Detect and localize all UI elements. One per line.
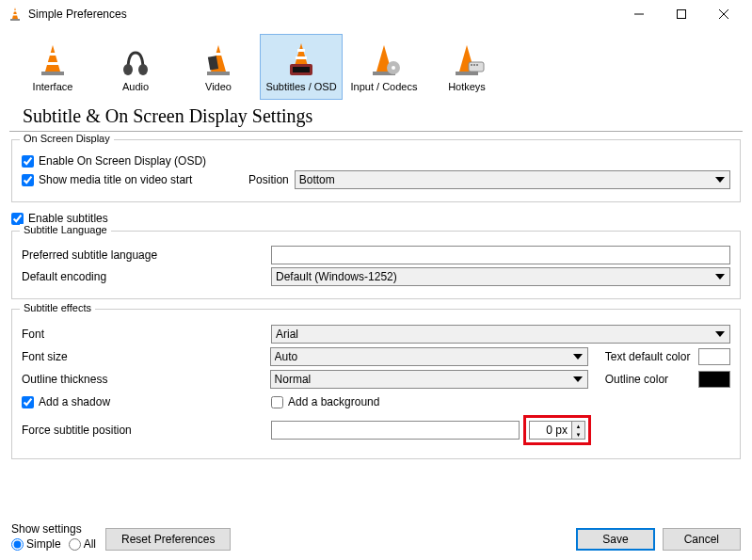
- category-tabs: Interface Audio Video Subtitles / OSD In…: [0, 28, 752, 100]
- spin-up-icon[interactable]: ▲: [572, 422, 584, 430]
- tab-video[interactable]: Video: [177, 34, 260, 100]
- enable-osd-checkbox[interactable]: [22, 155, 34, 168]
- force-subtitle-position-label: Force subtitle position: [22, 424, 271, 437]
- svg-rect-32: [476, 64, 478, 66]
- group-title: On Screen Display: [20, 133, 114, 144]
- titlebar: Simple Preferences: [0, 0, 752, 28]
- svg-rect-11: [47, 62, 58, 65]
- add-background-checkbox[interactable]: [271, 396, 283, 408]
- group-osd: On Screen Display Enable On Screen Displ…: [11, 139, 741, 202]
- svg-point-12: [123, 64, 133, 75]
- svg-rect-30: [471, 64, 472, 66]
- svg-rect-20: [296, 56, 307, 59]
- bottom-bar: Show settings Simple All Reset Preferenc…: [11, 522, 741, 551]
- svg-rect-31: [473, 64, 475, 66]
- audio-icon: [117, 41, 154, 79]
- svg-marker-8: [45, 45, 60, 72]
- svg-rect-3: [13, 14, 18, 16]
- add-background-label: Add a background: [288, 395, 379, 408]
- svg-point-13: [138, 64, 148, 75]
- force-position-spinbox[interactable]: 0 px ▲ ▼: [529, 421, 585, 440]
- window-title: Simple Preferences: [28, 8, 617, 21]
- save-button[interactable]: Save: [576, 528, 654, 551]
- svg-rect-2: [13, 10, 17, 12]
- outline-color-label: Outline color: [605, 373, 698, 386]
- svg-point-26: [392, 66, 395, 70]
- svg-rect-19: [297, 49, 305, 52]
- position-label: Position: [248, 173, 289, 186]
- tab-label: Interface: [33, 81, 73, 92]
- svg-marker-18: [295, 43, 308, 66]
- svg-rect-22: [293, 67, 310, 72]
- interface-icon: [34, 41, 72, 79]
- cancel-button[interactable]: Cancel: [663, 528, 741, 551]
- tab-label: Audio: [122, 81, 149, 92]
- tab-label: Input / Codecs: [351, 81, 418, 92]
- enable-subtitles-label: Enable subtitles: [28, 212, 108, 225]
- group-title: Subtitle Language: [20, 224, 111, 235]
- svg-rect-5: [677, 10, 685, 19]
- reset-preferences-button[interactable]: Reset Preferences: [105, 528, 231, 551]
- tab-subtitles-osd[interactable]: Subtitles / OSD: [260, 34, 343, 100]
- video-icon: [200, 41, 237, 79]
- svg-rect-17: [215, 53, 222, 56]
- show-settings-simple-radio[interactable]: Simple: [11, 537, 61, 551]
- enable-subtitles-checkbox[interactable]: [11, 213, 24, 225]
- position-combo[interactable]: Bottom: [295, 170, 730, 189]
- spin-down-icon[interactable]: ▼: [572, 430, 584, 439]
- svg-rect-15: [207, 72, 230, 75]
- highlight-box: 0 px ▲ ▼: [523, 415, 591, 445]
- text-color-label: Text default color: [605, 350, 698, 363]
- close-button[interactable]: [702, 1, 744, 27]
- tab-audio[interactable]: Audio: [94, 34, 177, 100]
- tab-hotkeys[interactable]: Hotkeys: [425, 34, 508, 100]
- tab-label: Hotkeys: [448, 81, 486, 92]
- group-title: Subtitle effects: [20, 302, 95, 313]
- enable-osd-label: Enable On Screen Display (OSD): [39, 154, 206, 168]
- show-media-title-label: Show media title on video start: [39, 173, 192, 186]
- group-subtitle-effects: Subtitle effects Font Arial Font size Au…: [11, 309, 741, 459]
- hotkeys-icon: [448, 41, 486, 79]
- tab-label: Subtitles / OSD: [265, 81, 336, 92]
- add-shadow-checkbox[interactable]: [22, 396, 34, 408]
- minimize-button[interactable]: [617, 1, 660, 27]
- font-label: Font: [22, 328, 271, 341]
- show-settings-all-radio[interactable]: All: [69, 537, 96, 551]
- font-size-combo[interactable]: Auto: [270, 347, 588, 366]
- text-color-button[interactable]: [698, 348, 730, 365]
- svg-rect-10: [49, 53, 56, 56]
- svg-rect-29: [469, 62, 484, 72]
- subtitles-icon: [282, 41, 320, 79]
- outline-thickness-combo[interactable]: Normal: [270, 370, 588, 389]
- force-position-text[interactable]: [271, 421, 520, 440]
- svg-marker-0: [12, 8, 18, 19]
- svg-rect-1: [10, 19, 20, 21]
- input-codecs-icon: [365, 41, 403, 79]
- force-position-value: 0 px: [530, 424, 571, 437]
- font-size-label: Font size: [22, 350, 270, 363]
- show-settings-label: Show settings: [11, 522, 96, 536]
- tab-label: Video: [205, 81, 232, 92]
- font-combo[interactable]: Arial: [271, 325, 730, 344]
- outline-color-button[interactable]: [698, 371, 730, 388]
- preferred-language-input[interactable]: [271, 246, 730, 264]
- group-subtitle-language: Subtitle Language Preferred subtitle lan…: [11, 231, 741, 299]
- svg-rect-28: [456, 72, 478, 75]
- outline-thickness-label: Outline thickness: [22, 373, 270, 386]
- tab-input-codecs[interactable]: Input / Codecs: [343, 34, 425, 100]
- add-shadow-label: Add a shadow: [39, 395, 110, 408]
- maximize-button[interactable]: [660, 1, 702, 27]
- vlc-cone-icon: [8, 7, 23, 22]
- show-media-title-checkbox[interactable]: [22, 174, 34, 186]
- default-encoding-label: Default encoding: [22, 270, 271, 283]
- page-title: Subtitle & On Screen Display Settings: [9, 102, 743, 132]
- preferred-language-label: Preferred subtitle language: [22, 248, 271, 262]
- tab-interface[interactable]: Interface: [11, 34, 94, 100]
- svg-rect-9: [41, 72, 64, 75]
- default-encoding-combo[interactable]: Default (Windows-1252): [271, 267, 730, 286]
